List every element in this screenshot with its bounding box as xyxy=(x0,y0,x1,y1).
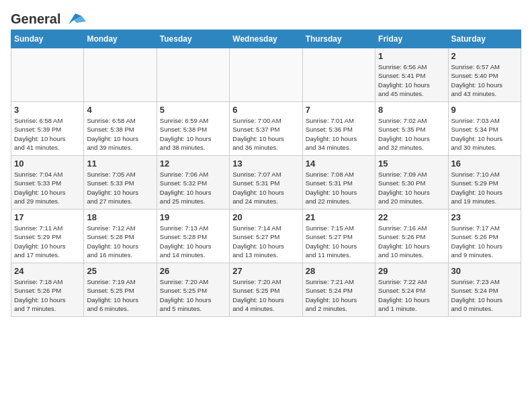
day-info: Sunrise: 7:14 AM Sunset: 5:27 PM Dayligh… xyxy=(232,224,299,259)
day-number: 10 xyxy=(14,158,81,169)
calendar-cell: 4Sunrise: 6:58 AM Sunset: 5:38 PM Daylig… xyxy=(84,102,157,156)
day-info: Sunrise: 7:20 AM Sunset: 5:25 PM Dayligh… xyxy=(160,277,226,313)
day-number: 22 xyxy=(378,212,445,222)
calendar-cell xyxy=(302,48,375,102)
calendar-cell: 7Sunrise: 7:01 AM Sunset: 5:36 PM Daylig… xyxy=(302,102,375,156)
day-info: Sunrise: 6:57 AM Sunset: 5:40 PM Dayligh… xyxy=(451,62,518,98)
calendar-cell: 22Sunrise: 7:16 AM Sunset: 5:26 PM Dayli… xyxy=(375,210,448,263)
logo-general: General xyxy=(11,11,60,27)
day-number: 2 xyxy=(451,51,518,61)
day-number: 7 xyxy=(306,105,372,115)
day-number: 30 xyxy=(451,266,518,276)
calendar-cell: 28Sunrise: 7:21 AM Sunset: 5:24 PM Dayli… xyxy=(302,263,375,317)
day-number: 15 xyxy=(378,158,445,169)
day-number: 1 xyxy=(378,51,445,61)
day-info: Sunrise: 7:09 AM Sunset: 5:30 PM Dayligh… xyxy=(378,170,445,205)
day-number: 23 xyxy=(451,212,518,222)
day-info: Sunrise: 7:02 AM Sunset: 5:35 PM Dayligh… xyxy=(378,116,445,152)
day-info: Sunrise: 7:01 AM Sunset: 5:36 PM Dayligh… xyxy=(306,116,372,152)
day-info: Sunrise: 7:15 AM Sunset: 5:27 PM Dayligh… xyxy=(306,224,372,259)
day-number: 28 xyxy=(306,266,372,276)
weekday-header-friday: Friday xyxy=(375,30,448,48)
day-number: 12 xyxy=(160,158,226,169)
day-number: 20 xyxy=(232,212,299,222)
calendar-table: SundayMondayTuesdayWednesdayThursdayFrid… xyxy=(11,30,521,317)
weekday-header-row: SundayMondayTuesdayWednesdayThursdayFrid… xyxy=(11,30,521,48)
weekday-header-tuesday: Tuesday xyxy=(157,30,229,48)
calendar-cell: 17Sunrise: 7:11 AM Sunset: 5:29 PM Dayli… xyxy=(11,210,84,263)
day-number: 5 xyxy=(160,105,226,115)
calendar-cell: 11Sunrise: 7:05 AM Sunset: 5:33 PM Dayli… xyxy=(84,156,157,210)
calendar-week-3: 10Sunrise: 7:04 AM Sunset: 5:33 PM Dayli… xyxy=(11,156,521,210)
day-info: Sunrise: 7:03 AM Sunset: 5:34 PM Dayligh… xyxy=(451,116,518,152)
day-number: 14 xyxy=(306,158,372,169)
calendar-week-1: 1Sunrise: 6:56 AM Sunset: 5:41 PM Daylig… xyxy=(11,48,521,102)
calendar-cell: 6Sunrise: 7:00 AM Sunset: 5:37 PM Daylig… xyxy=(230,102,302,156)
calendar-cell: 14Sunrise: 7:08 AM Sunset: 5:31 PM Dayli… xyxy=(302,156,375,210)
day-number: 25 xyxy=(87,266,153,276)
calendar-cell: 3Sunrise: 6:58 AM Sunset: 5:39 PM Daylig… xyxy=(11,102,84,156)
day-info: Sunrise: 7:20 AM Sunset: 5:25 PM Dayligh… xyxy=(232,277,299,313)
calendar-cell: 16Sunrise: 7:10 AM Sunset: 5:29 PM Dayli… xyxy=(448,156,521,210)
calendar-week-2: 3Sunrise: 6:58 AM Sunset: 5:39 PM Daylig… xyxy=(11,102,521,156)
day-number: 17 xyxy=(14,212,81,222)
calendar-cell: 10Sunrise: 7:04 AM Sunset: 5:33 PM Dayli… xyxy=(11,156,84,210)
calendar-cell: 21Sunrise: 7:15 AM Sunset: 5:27 PM Dayli… xyxy=(302,210,375,263)
day-info: Sunrise: 7:00 AM Sunset: 5:37 PM Dayligh… xyxy=(232,116,299,152)
day-info: Sunrise: 7:11 AM Sunset: 5:29 PM Dayligh… xyxy=(14,224,81,259)
day-info: Sunrise: 6:56 AM Sunset: 5:41 PM Dayligh… xyxy=(378,62,445,98)
calendar-cell: 27Sunrise: 7:20 AM Sunset: 5:25 PM Dayli… xyxy=(230,263,302,317)
day-info: Sunrise: 7:13 AM Sunset: 5:28 PM Dayligh… xyxy=(160,224,226,259)
calendar-cell: 5Sunrise: 6:59 AM Sunset: 5:38 PM Daylig… xyxy=(157,102,229,156)
day-info: Sunrise: 7:08 AM Sunset: 5:31 PM Dayligh… xyxy=(306,170,372,205)
day-number: 29 xyxy=(378,266,445,276)
calendar-cell: 18Sunrise: 7:12 AM Sunset: 5:28 PM Dayli… xyxy=(84,210,157,263)
day-number: 8 xyxy=(378,105,445,115)
day-info: Sunrise: 7:18 AM Sunset: 5:26 PM Dayligh… xyxy=(14,277,81,313)
calendar-cell: 19Sunrise: 7:13 AM Sunset: 5:28 PM Dayli… xyxy=(157,210,229,263)
page-header: General xyxy=(11,11,521,24)
day-info: Sunrise: 7:19 AM Sunset: 5:25 PM Dayligh… xyxy=(87,277,153,313)
day-info: Sunrise: 7:16 AM Sunset: 5:26 PM Dayligh… xyxy=(378,224,445,259)
weekday-header-wednesday: Wednesday xyxy=(230,30,302,48)
day-info: Sunrise: 7:10 AM Sunset: 5:29 PM Dayligh… xyxy=(451,170,518,205)
calendar-cell xyxy=(11,48,84,102)
calendar-cell: 23Sunrise: 7:17 AM Sunset: 5:26 PM Dayli… xyxy=(448,210,521,263)
day-info: Sunrise: 7:12 AM Sunset: 5:28 PM Dayligh… xyxy=(87,224,153,259)
day-number: 26 xyxy=(160,266,226,276)
day-number: 27 xyxy=(232,266,299,276)
day-info: Sunrise: 7:05 AM Sunset: 5:33 PM Dayligh… xyxy=(87,170,153,205)
day-number: 11 xyxy=(87,158,153,169)
day-number: 21 xyxy=(306,212,372,222)
calendar-cell: 29Sunrise: 7:22 AM Sunset: 5:24 PM Dayli… xyxy=(375,263,448,317)
calendar-cell: 15Sunrise: 7:09 AM Sunset: 5:30 PM Dayli… xyxy=(375,156,448,210)
weekday-header-monday: Monday xyxy=(84,30,157,48)
calendar-cell: 2Sunrise: 6:57 AM Sunset: 5:40 PM Daylig… xyxy=(448,48,521,102)
calendar-cell: 24Sunrise: 7:18 AM Sunset: 5:26 PM Dayli… xyxy=(11,263,84,317)
calendar-cell: 25Sunrise: 7:19 AM Sunset: 5:25 PM Dayli… xyxy=(84,263,157,317)
day-number: 24 xyxy=(14,266,81,276)
calendar-cell xyxy=(84,48,157,102)
calendar-cell xyxy=(157,48,229,102)
weekday-header-sunday: Sunday xyxy=(11,30,84,48)
logo: General xyxy=(11,11,86,24)
day-number: 18 xyxy=(87,212,153,222)
day-info: Sunrise: 7:23 AM Sunset: 5:24 PM Dayligh… xyxy=(451,277,518,313)
day-number: 4 xyxy=(87,105,153,115)
calendar-cell: 26Sunrise: 7:20 AM Sunset: 5:25 PM Dayli… xyxy=(157,263,229,317)
calendar-cell: 30Sunrise: 7:23 AM Sunset: 5:24 PM Dayli… xyxy=(448,263,521,317)
day-info: Sunrise: 7:04 AM Sunset: 5:33 PM Dayligh… xyxy=(14,170,81,205)
calendar-cell: 20Sunrise: 7:14 AM Sunset: 5:27 PM Dayli… xyxy=(230,210,302,263)
weekday-header-saturday: Saturday xyxy=(448,30,521,48)
calendar-cell: 1Sunrise: 6:56 AM Sunset: 5:41 PM Daylig… xyxy=(375,48,448,102)
day-number: 9 xyxy=(451,105,518,115)
day-info: Sunrise: 7:07 AM Sunset: 5:31 PM Dayligh… xyxy=(232,170,299,205)
day-info: Sunrise: 7:06 AM Sunset: 5:32 PM Dayligh… xyxy=(160,170,226,205)
calendar-week-4: 17Sunrise: 7:11 AM Sunset: 5:29 PM Dayli… xyxy=(11,210,521,263)
day-number: 13 xyxy=(232,158,299,169)
day-info: Sunrise: 6:58 AM Sunset: 5:38 PM Dayligh… xyxy=(87,116,153,152)
calendar-cell xyxy=(230,48,302,102)
weekday-header-thursday: Thursday xyxy=(302,30,375,48)
day-number: 3 xyxy=(14,105,81,115)
day-number: 6 xyxy=(232,105,299,115)
